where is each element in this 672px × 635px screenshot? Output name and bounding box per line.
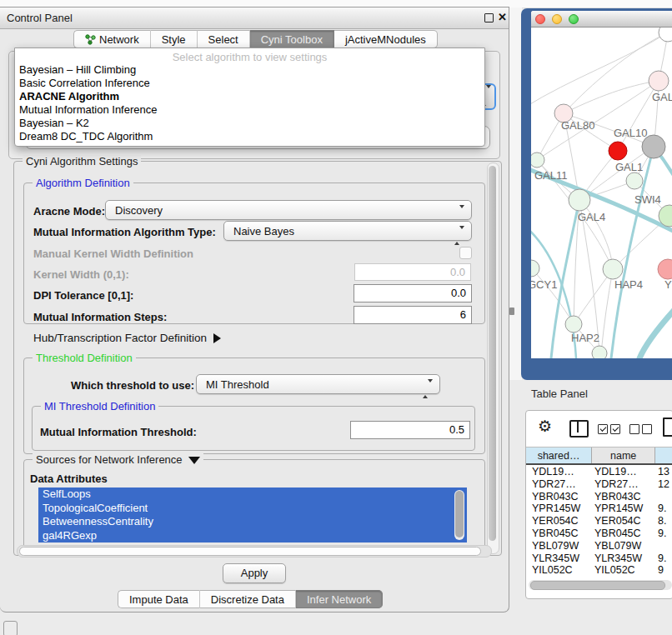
column-header-shared[interactable]: shared… bbox=[526, 448, 592, 463]
screen: Control Panel ✕ NetworkStyleSelectCyni T… bbox=[0, 0, 672, 635]
table-rows: YDL19…YDL19…13YDR27…YDR27…12YBR043CYBR04… bbox=[526, 466, 672, 582]
dropdown-item-basic-correlation-inference[interactable]: Basic Correlation Inference bbox=[15, 77, 484, 90]
mi-steps-field[interactable]: 6 bbox=[354, 306, 472, 324]
control-panel-window: Control Panel ✕ NetworkStyleSelectCyni T… bbox=[0, 7, 509, 612]
attributes-scrollbar-thumb[interactable] bbox=[455, 491, 464, 538]
network-node-label: HAP4 bbox=[614, 278, 643, 291]
manual-kernel-checkbox[interactable] bbox=[459, 247, 472, 259]
attribute-item-selfloops[interactable]: SelfLoops bbox=[38, 488, 467, 502]
network-node-gal11[interactable] bbox=[531, 152, 544, 168]
table-row[interactable]: YER054CYER054C8. bbox=[526, 515, 672, 528]
network-node-gal4[interactable] bbox=[569, 189, 590, 211]
network-node-label: GAL10 bbox=[614, 127, 647, 139]
divider-grip-icon[interactable] bbox=[509, 308, 514, 315]
network-canvas[interactable]: GALGAL80GAL10GAL11GAL1SWI4GAL4GCY1HAP4YH… bbox=[531, 28, 672, 358]
table-row[interactable]: YLR345WYLR345W9. bbox=[526, 552, 672, 565]
which-threshold-combo[interactable]: MI Threshold bbox=[196, 374, 440, 394]
close-traffic-light-icon[interactable] bbox=[535, 14, 545, 24]
dropdown-item-dream8-dc-tdc-algorithm[interactable]: Dream8 DC_TDC Algorithm bbox=[15, 130, 484, 143]
attribute-item-gal4rgexp[interactable]: gal4RGexp bbox=[38, 529, 467, 543]
sources-horizontal-scrollbar[interactable] bbox=[17, 545, 492, 558]
tab-label: Select bbox=[208, 33, 238, 46]
sources-horizontal-scrollbar-thumb[interactable] bbox=[19, 547, 481, 556]
dpi-tolerance-field[interactable]: 0.0 bbox=[354, 284, 472, 302]
algorithm-dropdown-popup: Select algorithm to view settings Bayesi… bbox=[14, 48, 485, 147]
mi-type-combo[interactable]: Naive Bayes bbox=[223, 221, 472, 241]
tab-discretize-data[interactable]: Discretize Data bbox=[200, 590, 296, 608]
tab-infer-network[interactable]: Infer Network bbox=[296, 590, 383, 608]
table-row[interactable]: YDL19…YDL19…13 bbox=[526, 466, 672, 478]
tab-label: Infer Network bbox=[307, 593, 371, 606]
network-node-y[interactable] bbox=[658, 259, 672, 279]
table-cell: YBR045C bbox=[594, 528, 641, 540]
apply-button[interactable]: Apply bbox=[223, 563, 286, 583]
table-row[interactable]: YIL052CYIL052C9 bbox=[526, 564, 672, 577]
attributes-scrollbar[interactable] bbox=[454, 490, 464, 540]
network-node-hap4[interactable] bbox=[603, 259, 623, 279]
tab-select[interactable]: Select bbox=[198, 30, 250, 48]
settings-scrollbar[interactable] bbox=[487, 162, 499, 554]
mi-threshold-group-title: MI Threshold Definition bbox=[41, 400, 158, 412]
export-table-icon[interactable] bbox=[663, 418, 672, 437]
kernel-width-field[interactable]: 0.0 bbox=[354, 263, 471, 281]
table-row[interactable]: YBL079WYBL079W bbox=[526, 540, 672, 552]
gear-icon[interactable]: ⚙ bbox=[538, 417, 552, 435]
tab-label: jActiveMNodules bbox=[345, 33, 426, 46]
column-header-item[interactable] bbox=[655, 448, 672, 463]
expand-arrow-icon bbox=[213, 333, 221, 343]
network-node-label: HAP2 bbox=[571, 332, 599, 344]
table-horizontal-scrollbar-thumb[interactable] bbox=[530, 581, 665, 590]
show-columns-icon[interactable] bbox=[598, 422, 623, 438]
split-pane-icon[interactable] bbox=[569, 420, 589, 438]
dropdown-item-bayesian-hill-climbing[interactable]: Bayesian – Hill Climbing bbox=[15, 63, 484, 77]
manual-kernel-label: Manual Kernel Width Definition bbox=[33, 248, 193, 260]
network-node-gcy1[interactable] bbox=[531, 260, 539, 277]
corner-chip[interactable] bbox=[3, 621, 18, 635]
network-node-hap2[interactable] bbox=[565, 316, 582, 332]
sources-group-title[interactable]: Sources for Network Inference bbox=[33, 453, 203, 466]
attribute-item-topologicalcoefficient[interactable]: TopologicalCoefficient bbox=[38, 502, 467, 516]
attribute-item-betweennesscentrality[interactable]: BetweennessCentrality bbox=[38, 515, 467, 529]
zoom-traffic-light-icon[interactable] bbox=[569, 14, 579, 24]
float-window-icon[interactable] bbox=[484, 13, 494, 22]
dropdown-item-aracne-algorithm[interactable]: ARACNE Algorithm bbox=[15, 90, 484, 103]
close-icon[interactable]: ✕ bbox=[498, 11, 507, 23]
dropdown-item-bayesian-k2[interactable]: Bayesian – K2 bbox=[15, 117, 484, 130]
table-cell: YLR345W bbox=[594, 552, 642, 565]
tab-network[interactable]: Network bbox=[73, 30, 151, 48]
table-row[interactable]: YBR045CYBR045C9. bbox=[526, 528, 672, 540]
mi-threshold-field[interactable]: 0.5 bbox=[350, 421, 470, 439]
table-cell: 13 bbox=[658, 466, 669, 478]
table-horizontal-scrollbar[interactable] bbox=[529, 580, 672, 590]
network-node[interactable] bbox=[609, 142, 627, 160]
dropdown-item-mutual-information-inference[interactable]: Mutual Information Inference bbox=[15, 103, 484, 117]
network-node-gal[interactable] bbox=[649, 71, 669, 91]
column-header-name[interactable]: name bbox=[592, 448, 655, 463]
network-view-inner: GALGAL80GAL10GAL11GAL1SWI4GAL4GCY1HAP4YH… bbox=[531, 11, 672, 358]
table-row[interactable]: YBR043CYBR043C bbox=[526, 491, 672, 503]
aracne-mode-combo[interactable]: Discovery bbox=[105, 200, 472, 220]
table-cell: YPR145W bbox=[594, 502, 643, 515]
table-cell: 9. bbox=[658, 502, 666, 515]
settings-scrollbar-thumb[interactable] bbox=[489, 166, 496, 541]
minimize-traffic-light-icon[interactable] bbox=[552, 14, 562, 24]
threshold-definition-title: Threshold Definition bbox=[33, 352, 136, 364]
data-attributes-list[interactable]: SelfLoopsTopologicalCoefficientBetweenne… bbox=[38, 488, 467, 542]
hub-definition-expander[interactable]: Hub/Transcription Factor Definition bbox=[33, 332, 221, 344]
hide-columns-icon[interactable] bbox=[629, 422, 654, 438]
table-row[interactable]: YDR27…YDR27…12 bbox=[526, 478, 672, 491]
tab-label: Cyni Toolbox bbox=[261, 33, 323, 46]
network-node-gal1[interactable] bbox=[626, 172, 643, 189]
mi-type-value: Naive Bayes bbox=[233, 225, 294, 238]
table-cell: YLR345W bbox=[532, 552, 579, 565]
tab-jactivemnodules[interactable]: jActiveMNodules bbox=[334, 30, 438, 48]
network-node[interactable] bbox=[659, 28, 672, 42]
network-window-titlebar[interactable] bbox=[531, 11, 672, 28]
tab-impute-data[interactable]: Impute Data bbox=[118, 590, 200, 608]
table-row[interactable]: YPR145WYPR145W9. bbox=[526, 502, 672, 515]
mi-threshold-label: Mutual Information Threshold: bbox=[40, 426, 197, 438]
network-node[interactable] bbox=[592, 346, 607, 358]
tab-cyni-toolbox[interactable]: Cyni Toolbox bbox=[250, 30, 334, 48]
tab-style[interactable]: Style bbox=[151, 30, 198, 48]
network-node-label: GAL bbox=[652, 91, 672, 103]
